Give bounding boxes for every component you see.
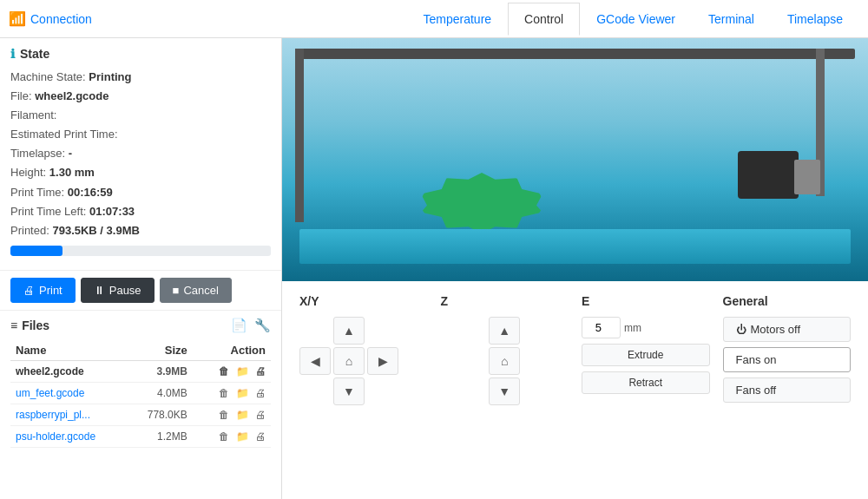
motors-off-button[interactable]: ⏻ Motors off: [723, 317, 852, 342]
action-buttons: 🖨 Print ⏸ Pause ■ Cancel: [0, 271, 281, 311]
files-icons: 📄 🔧: [231, 318, 271, 333]
fans-off-button[interactable]: Fans off: [723, 378, 852, 403]
xy-right-button[interactable]: ▶: [367, 347, 398, 375]
file-delete-icon[interactable]: 🗑: [219, 430, 229, 443]
cancel-button[interactable]: ■ Cancel: [160, 278, 232, 303]
top-bar: 📶 Connection Temperature Control GCode V…: [0, 0, 868, 38]
general-control-group: General ⏻ Motors off Fans on Fans off: [723, 294, 852, 405]
z-up-button[interactable]: ▲: [489, 317, 520, 345]
connection-label: Connection: [30, 12, 92, 26]
webcam-container: [282, 38, 868, 281]
wrench-icon[interactable]: 🔧: [254, 318, 271, 333]
z-down-button[interactable]: ▼: [489, 378, 520, 405]
xy-title: X/Y: [299, 294, 428, 308]
file-folder-icon[interactable]: 📁: [236, 365, 249, 378]
xy-home-button[interactable]: ⌂: [333, 347, 365, 375]
power-icon: ⏻: [736, 324, 746, 336]
file-folder-icon[interactable]: 📁: [236, 409, 249, 421]
file-name[interactable]: um_feet.gcode: [16, 387, 84, 399]
file-action-cell: 🗑 📁 🖨: [193, 360, 271, 382]
xy-control-group: X/Y ▲ ◀ ⌂ ▶ ▼: [299, 294, 428, 405]
file-name-cell[interactable]: psu-holder.gcode: [10, 425, 128, 447]
cancel-icon: ■: [173, 284, 180, 297]
state-section: ℹ State Machine State: Printing File: wh…: [0, 38, 281, 271]
connection-link[interactable]: 📶 Connection: [9, 10, 92, 27]
printer-scene: [282, 38, 868, 281]
file-name-cell[interactable]: wheel2.gcode: [10, 360, 128, 382]
file-print-icon[interactable]: 🖨: [255, 430, 266, 443]
file-print-icon[interactable]: 🖨: [255, 365, 266, 378]
file-name[interactable]: raspberrypi_pl...: [16, 409, 90, 421]
z-home-button[interactable]: ⌂: [489, 347, 520, 375]
file-print-icon[interactable]: 🖨: [255, 409, 266, 421]
print-time-row: Print Time: 00:16:59: [10, 183, 271, 202]
info-icon: ℹ: [10, 47, 15, 61]
sidebar: ℹ State Machine State: Printing File: wh…: [0, 38, 282, 499]
files-table: Name Size Action wheel2.gcode 3.9MB 🗑 📁 …: [10, 340, 271, 448]
tab-gcode-viewer[interactable]: GCode Viewer: [580, 3, 692, 35]
extrude-button[interactable]: Extrude: [582, 344, 710, 366]
file-size-cell: 778.0KB: [128, 404, 193, 425]
timelapse-row: Timelapse: -: [10, 144, 271, 163]
general-title: General: [723, 294, 852, 308]
file-new-icon[interactable]: 📄: [231, 318, 247, 333]
tab-temperature[interactable]: Temperature: [407, 3, 509, 35]
xy-empty-bl: [299, 378, 331, 405]
e-value-input[interactable]: [582, 317, 621, 338]
table-row: wheel2.gcode 3.9MB 🗑 📁 🖨: [10, 360, 271, 382]
file-folder-icon[interactable]: 📁: [236, 387, 249, 399]
print-button[interactable]: 🖨 Print: [10, 278, 76, 303]
file-name[interactable]: psu-holder.gcode: [16, 430, 95, 443]
main-content: ℹ State Machine State: Printing File: wh…: [0, 38, 868, 499]
estimated-row: Estimated Print Time:: [10, 125, 271, 144]
progress-bar-fill: [10, 246, 62, 256]
tab-terminal[interactable]: Terminal: [692, 3, 771, 35]
file-name-cell[interactable]: raspberrypi_pl...: [10, 404, 128, 425]
file-name[interactable]: wheel2.gcode: [16, 365, 84, 378]
file-row: File: wheel2.gcode: [10, 87, 271, 106]
state-info: Machine State: Printing File: wheel2.gco…: [10, 68, 271, 256]
state-title: ℹ State: [10, 47, 271, 61]
files-title: ≡ Files: [10, 318, 49, 332]
file-print-icon[interactable]: 🖨: [255, 387, 266, 399]
list-icon: ≡: [10, 318, 17, 332]
file-action-cell: 🗑 📁 🖨: [193, 404, 271, 425]
z-title: Z: [441, 294, 569, 308]
file-delete-icon[interactable]: 🗑: [219, 387, 229, 399]
fans-on-button[interactable]: Fans on: [723, 347, 852, 372]
file-delete-icon[interactable]: 🗑: [219, 409, 229, 421]
files-section: ≡ Files 📄 🔧 Name Size Action: [0, 311, 281, 499]
tab-timelapse[interactable]: Timelapse: [771, 3, 859, 35]
table-row: psu-holder.gcode 1.2MB 🗑 📁 🖨: [10, 425, 271, 447]
file-action-cell: 🗑 📁 🖨: [193, 382, 271, 404]
file-delete-icon[interactable]: 🗑: [219, 365, 229, 378]
tab-control[interactable]: Control: [508, 3, 580, 36]
file-size-cell: 3.9MB: [128, 360, 193, 382]
e-control-group: E mm Extrude Retract: [582, 294, 710, 405]
pause-button[interactable]: ⏸ Pause: [81, 278, 155, 303]
z-buttons: ▲ ⌂ ▼: [441, 317, 569, 405]
controls-grid: X/Y ▲ ◀ ⌂ ▶ ▼ Z: [299, 294, 851, 405]
e-group: mm Extrude Retract: [582, 317, 710, 394]
col-name: Name: [10, 340, 128, 361]
machine-state-row: Machine State: Printing: [10, 68, 271, 87]
file-name-cell[interactable]: um_feet.gcode: [10, 382, 128, 404]
table-row: um_feet.gcode 4.0MB 🗑 📁 🖨: [10, 382, 271, 404]
pause-icon: ⏸: [94, 284, 105, 297]
files-table-header: Name Size Action: [10, 340, 271, 361]
xy-empty-tr: [367, 317, 398, 345]
xy-down-button[interactable]: ▼: [333, 378, 365, 405]
height-row: Height: 1.30 mm: [10, 163, 271, 182]
file-folder-icon[interactable]: 📁: [236, 430, 249, 443]
filament-row: Filament:: [10, 106, 271, 125]
xy-up-button[interactable]: ▲: [333, 317, 365, 345]
print-time-left-row: Print Time Left: 01:07:33: [10, 202, 271, 221]
e-title: E: [582, 294, 710, 308]
col-size: Size: [128, 340, 193, 361]
retract-button[interactable]: Retract: [582, 371, 710, 394]
file-size-cell: 1.2MB: [128, 425, 193, 447]
controls-section: X/Y ▲ ◀ ⌂ ▶ ▼ Z: [282, 281, 868, 499]
print-icon: 🖨: [23, 284, 35, 297]
xy-left-button[interactable]: ◀: [299, 347, 331, 375]
xy-empty-br: [367, 378, 398, 405]
